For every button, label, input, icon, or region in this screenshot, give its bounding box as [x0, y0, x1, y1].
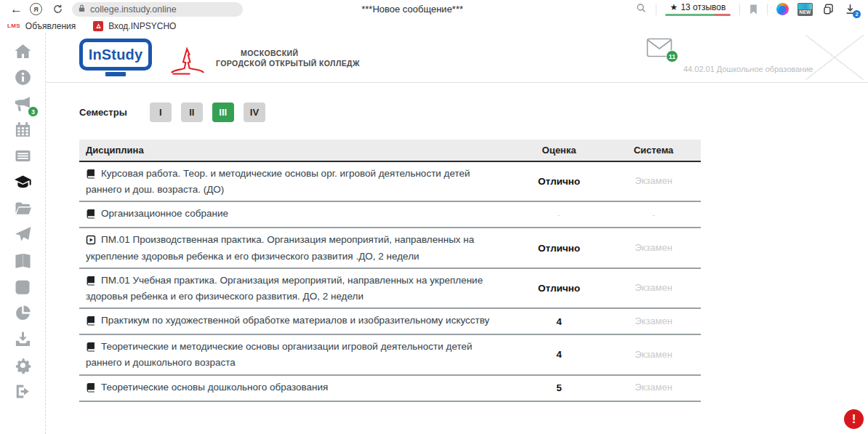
sidebar-item-edit[interactable] — [12, 278, 33, 297]
divider — [739, 4, 740, 15]
sidebar-item-send[interactable] — [12, 226, 33, 245]
semesters-label: Семестры — [79, 107, 127, 118]
card-icon — [14, 147, 32, 168]
college-logo: МОСКОВСКИЙ ГОРОДСКОЙ ОТКРЫТЫЙ КОЛЛЕДЖ — [166, 41, 360, 76]
tab-title: ***Новое сообщение*** — [361, 4, 463, 15]
download-icon — [14, 330, 32, 351]
semester-button-I[interactable]: I — [150, 103, 172, 122]
broken-image-placeholder — [805, 35, 864, 80]
system-cell: Экзамен — [606, 375, 701, 401]
bookmark-flag-icon[interactable] — [749, 4, 758, 15]
table-row: Курсовая работа. Теор. и методические ос… — [79, 161, 701, 201]
sidebar-item-calendar[interactable] — [12, 121, 33, 140]
folder-icon — [14, 199, 32, 220]
address-bar[interactable]: college.instudy.online — [72, 2, 243, 17]
system-cell: - — [606, 201, 701, 228]
discipline-cell: Теоретические основы дошкольного образов… — [79, 375, 512, 401]
discipline-name: ПМ.01 Производственная практика. Организ… — [86, 234, 474, 261]
alert-glyph: ! — [852, 412, 856, 427]
practice-icon — [86, 235, 96, 249]
grades-table: ДисциплинаОценкаСистема Курсовая работа.… — [79, 140, 701, 402]
extension-new-icon[interactable]: NEW — [797, 3, 813, 16]
reviews-widget[interactable]: ★ 13 отзывов — [665, 2, 731, 16]
alert-notification[interactable]: ! — [844, 409, 864, 429]
info-icon — [14, 68, 32, 89]
college-spire-icon — [166, 41, 209, 76]
lms-favicon: LMS — [7, 23, 20, 29]
extension-wallet-icon[interactable] — [821, 2, 835, 16]
new-icon-art — [798, 4, 812, 9]
sidebar-item-stats[interactable] — [12, 305, 33, 324]
system-cell: Экзамен — [606, 228, 701, 268]
column-header: Оценка — [512, 140, 606, 161]
grades-icon — [14, 173, 32, 194]
logo-stand — [105, 72, 126, 76]
messages-button[interactable]: 11 — [646, 38, 672, 57]
edit-icon — [14, 278, 32, 299]
sidebar-item-announcements[interactable]: 3 — [12, 95, 33, 114]
brand-text: InStudy — [89, 47, 143, 63]
extension-color-icon[interactable] — [776, 3, 789, 15]
bookmark-announcements[interactable]: LMS Объявления — [7, 21, 76, 31]
sidebar-item-logout[interactable] — [12, 383, 33, 402]
system-cell: Экзамен — [606, 161, 701, 201]
sidebar-item-info[interactable] — [12, 69, 33, 88]
discipline-name: Курсовая работа. Теор. и методические ос… — [86, 168, 470, 195]
table-row: Теоретические основы дошкольного образов… — [79, 375, 701, 401]
book-icon — [86, 382, 96, 396]
discipline-cell: ПМ.01 Учебная практика. Организация меро… — [79, 268, 512, 308]
system-cell: Экзамен — [606, 334, 701, 374]
book-icon — [86, 316, 96, 329]
table-header-row: ДисциплинаОценкаСистема — [79, 140, 701, 161]
star-icon: ★ — [670, 2, 678, 12]
search-icon[interactable] — [635, 2, 647, 17]
column-header: Система — [606, 140, 701, 161]
sidebar-item-card[interactable] — [12, 148, 33, 166]
semesters-bar: Семестры IIIIIIIV — [79, 103, 868, 122]
browser-profile-icon[interactable]: Я — [30, 3, 42, 15]
semester-button-IV[interactable]: IV — [244, 103, 265, 122]
bookmark-inpsycho[interactable]: Вход.INPSYCHO — [93, 21, 176, 31]
lock-icon — [78, 4, 86, 15]
sidebar-item-grades[interactable] — [12, 174, 33, 193]
reviews-rating-bar — [665, 14, 731, 16]
table-row: Теоретические и методические основы орга… — [79, 334, 701, 374]
grade-cell: 5 — [512, 375, 606, 401]
discipline-name: ПМ.01 Учебная практика. Организация меро… — [86, 275, 483, 302]
book-icon — [86, 276, 96, 289]
discipline-name: Практикум по художественной обработке ма… — [101, 315, 489, 326]
divider — [656, 4, 656, 15]
downloads-icon[interactable]: 2 — [844, 3, 856, 15]
sidebar-item-language[interactable] — [12, 252, 33, 271]
discipline-cell: Практикум по художественной обработке ма… — [79, 308, 512, 334]
sidebar: 3 — [0, 33, 46, 434]
table-row: Практикум по художественной обработке ма… — [79, 308, 701, 334]
system-cell: Экзамен — [606, 268, 701, 308]
grade-cell: 4 — [512, 308, 606, 334]
calendar-icon — [14, 121, 32, 142]
main-content: InStudy МОСКОВСКИЙ ГОРОДСКОЙ ОТКРЫТЫЙ КО… — [46, 33, 868, 434]
semester-button-III[interactable]: III — [212, 103, 234, 122]
back-icon[interactable]: ← — [10, 3, 23, 15]
grade-cell: Отлично — [512, 268, 606, 308]
bookmark-label: Вход.INPSYCHO — [108, 21, 176, 31]
grade-cell: - — [512, 201, 606, 228]
program-name: 44.02.01 Дошкольное образование — [683, 65, 813, 73]
browser-chrome: ← Я college.instudy.online ***Новое сооб… — [0, 0, 868, 18]
logout-icon — [14, 382, 32, 403]
system-cell: Экзамен — [606, 308, 701, 334]
grades-table-body: Курсовая работа. Теор. и методические ос… — [79, 161, 701, 401]
sidebar-item-settings[interactable] — [12, 357, 33, 376]
semester-button-II[interactable]: II — [181, 103, 203, 122]
app-window: 3 InStudy МОСКОВСКИЙ ГОРОДСКОЙ ОТКРЫТЫЙ … — [0, 33, 868, 434]
stats-icon — [14, 304, 32, 325]
logo-group[interactable]: InStudy МОСКОВСКИЙ ГОРОДСКОЙ ОТКРЫТЫЙ КО… — [79, 39, 360, 76]
discipline-name: Организационное собрание — [101, 208, 228, 219]
refresh-icon[interactable] — [52, 4, 63, 15]
chrome-right-icons: ★ 13 отзывов NEW 2 — [635, 2, 861, 17]
sidebar-item-home[interactable] — [12, 43, 33, 62]
discipline-cell: Организационное собрание — [79, 201, 512, 228]
sidebar-item-folder[interactable] — [12, 200, 33, 219]
sidebar-item-download[interactable] — [12, 331, 33, 350]
page-header: InStudy МОСКОВСКИЙ ГОРОДСКОЙ ОТКРЫТЫЙ КО… — [46, 33, 868, 83]
